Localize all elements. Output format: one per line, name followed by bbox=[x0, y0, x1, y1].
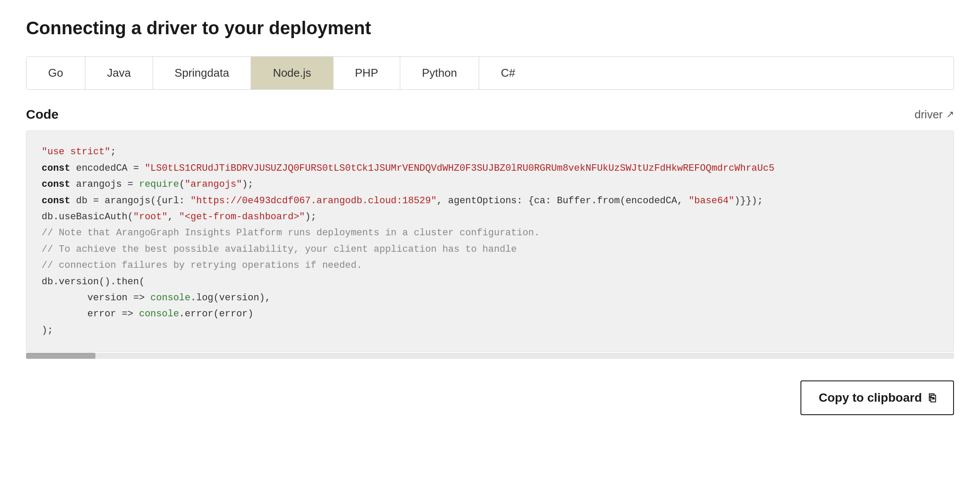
tabs-container: Go Java Springdata Node.js PHP Python C# bbox=[26, 56, 954, 90]
tab-springdata[interactable]: Springdata bbox=[153, 57, 252, 89]
tab-java[interactable]: Java bbox=[85, 57, 153, 89]
code-section-title: Code bbox=[26, 107, 59, 122]
tab-go[interactable]: Go bbox=[26, 57, 85, 89]
scrollbar-thumb[interactable] bbox=[26, 353, 95, 359]
copy-icon: ⎘ bbox=[929, 391, 936, 405]
tab-csharp[interactable]: C# bbox=[479, 57, 537, 89]
code-block: "use strict"; const encodedCA = "LS0tLS1… bbox=[26, 130, 954, 352]
external-link-icon: ↗︎ bbox=[946, 109, 954, 120]
copy-to-clipboard-button[interactable]: Copy to clipboard ⎘ bbox=[800, 380, 954, 415]
tab-python[interactable]: Python bbox=[400, 57, 479, 89]
footer-row: Copy to clipboard ⎘ bbox=[26, 380, 954, 415]
page-title: Connecting a driver to your deployment bbox=[26, 17, 954, 39]
tab-php[interactable]: PHP bbox=[333, 57, 400, 89]
code-section-header: Code driver ↗︎ bbox=[26, 107, 954, 122]
driver-link[interactable]: driver ↗︎ bbox=[915, 108, 954, 121]
copy-button-label: Copy to clipboard bbox=[819, 391, 922, 405]
tab-nodejs[interactable]: Node.js bbox=[251, 57, 333, 89]
scrollbar-area bbox=[26, 353, 954, 359]
driver-link-label: driver bbox=[915, 108, 943, 121]
